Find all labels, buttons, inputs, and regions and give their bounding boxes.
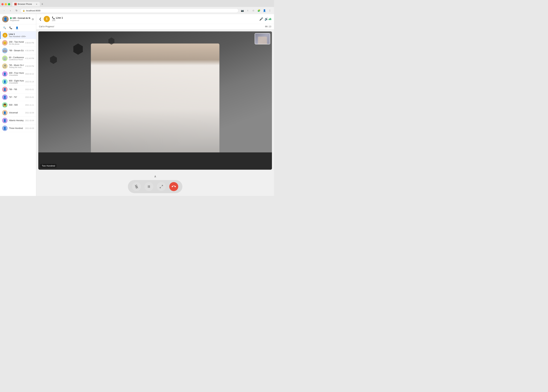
contact-name: 200 - Two Hundred [9,41,24,43]
address-bar[interactable]: 🔒 localhost:8000 [20,8,238,13]
call-line-badge: 1 [44,16,50,22]
tab-favicon: 📞 [14,3,17,5]
contact-info: Alberto Hensley [9,119,24,122]
contact-time: 4:50:09 PM [25,65,34,67]
contact-info: 200 - Two Hundred On the phone [9,41,24,45]
fullscreen-button[interactable] [157,182,166,191]
contact-item[interactable]: 👤 400 - Four Hundred Unavailable 2022-02… [0,70,36,78]
hangup-button[interactable] [169,182,178,191]
sidebar: 👤 100 - Conrad de Wet Registered ⚙ 🔍 📞 👤… [0,14,36,196]
cast-icon[interactable]: 📷 [240,8,245,13]
contact-info: 60 - Conference Room 60 Conference Room [9,56,24,61]
bookmark-icon[interactable]: ☆ [251,8,256,13]
close-window-button[interactable] [1,3,4,5]
contact-item[interactable]: 👤 Three Hundred 2021-02-09 [0,125,36,132]
contact-detail: Conference Room [9,59,24,61]
contact-name: Voicemail [9,112,24,114]
contact-name: *99 - Stream Echo [9,49,24,52]
contact-item[interactable]: 🤖 *99 - Stream Echo 4:55:34 PM [0,47,36,55]
contact-avatar: 🎵 [2,63,7,69]
contact-name: Alberto Hensley [9,119,24,122]
contact-info: Three Hundred [9,127,24,129]
app-container: 👤 100 - Conrad de Wet Registered ⚙ 🔍 📞 👤… [0,14,274,196]
maximize-window-button[interactable] [8,3,10,5]
expand-controls-button[interactable]: ∧ [154,175,156,178]
call-status-bar: Call in Progress! 00:13 [36,24,274,29]
active-tab[interactable]: 📞 Browser Phone ✕ [12,2,40,6]
active-line-title: Line 1 [9,33,34,35]
contact-item[interactable]: 👤 *67 - *67 2022-01-01 [0,93,36,101]
contact-detail: Testing the music on Hold [9,66,24,68]
user-name: 100 - Conrad de Wet [10,17,30,19]
call-header-controls: 🎤 🔊 [259,17,271,21]
contact-info: *67 - *67 [9,96,24,98]
active-line-item[interactable]: 1 Line 1 Two Hundred <200> [0,31,36,39]
contact-name: Three Hundred [9,127,24,129]
add-contact-button[interactable]: 👤 [14,25,19,30]
search-button[interactable]: 🔍 [2,25,7,30]
sidebar-toolbar: 🔍 📞 👤 [0,24,36,31]
call-status-text: Call in Progress! [39,25,54,28]
svg-rect-4 [149,185,150,188]
contact-item[interactable]: 👤 800 - Eight Hundred Unavailable 2022-0… [0,78,36,86]
tab-close-button[interactable]: ✕ [35,3,38,5]
contact-avatar: 🏢 [2,56,7,61]
contact-time: 2021-02-09 [25,127,34,129]
profile-icon[interactable]: 👤 [262,8,267,13]
contact-avatar: 🤖 [2,48,7,53]
forward-button[interactable]: › [8,8,13,13]
contact-item[interactable]: 👧 500 - 500 2021-11-11 [0,101,36,109]
contact-name: 500 - 500 [9,104,24,106]
contact-item[interactable]: 👤 Alberto Hensley 2021-02-09 [0,117,36,125]
mute-button[interactable] [132,182,141,191]
contact-avatar: 😊 [2,40,7,46]
extensions-icon[interactable]: 🧩 [257,8,261,13]
contact-avatar: 👤 [2,126,7,131]
contact-info: 800 - Eight Hundred Unavailable [9,80,24,84]
menu-icon[interactable]: ⋮ [267,8,272,13]
contact-time: 2022-01-01 [25,96,34,98]
new-tab-button[interactable]: + [40,2,45,7]
contact-info: *65 - Music On Hold Testing the music on… [9,64,24,68]
tab-bar: 📞 Browser Phone ✕ + [0,0,274,7]
contact-name: 60 - Conference Room 60 [9,56,24,59]
contact-item[interactable]: 👤 *66 - *66 2022-01-01 [0,86,36,93]
share-icon[interactable]: ↑ [245,8,250,13]
contact-detail: On the phone [9,43,24,45]
contact-avatar: 👤 [2,110,7,115]
contact-item[interactable]: 🏢 60 - Conference Room 60 Conference Roo… [0,55,36,62]
back-to-calls-button[interactable]: ❮ [39,17,42,21]
contact-name: *65 - Music On Hold [9,64,24,66]
contact-info: *99 - Stream Echo [9,49,24,52]
call-buttons-bar [128,180,182,193]
nav-bar: ‹ › ↻ 🔒 localhost:8000 📷 ↑ ☆ 🧩 👤 ⋮ [0,7,274,14]
contact-name: *67 - *67 [9,96,24,98]
reload-button[interactable]: ↻ [14,8,19,13]
minimize-window-button[interactable] [5,3,7,5]
pip-video [255,33,270,44]
user-status: Registered [10,19,30,21]
contact-time: 2021-11-11 [25,104,34,106]
contact-info: 500 - 500 [9,104,24,106]
call-line-number: 200 [52,19,257,21]
active-line-info: Line 1 Two Hundred <200> [9,33,34,37]
contact-detail: Unavailable [9,74,24,76]
settings-button[interactable]: ⚙ [32,18,34,21]
hold-button[interactable] [144,182,153,191]
back-button[interactable]: ‹ [2,8,7,13]
contact-item[interactable]: 😊 200 - Two Hundred On the phone 4:58:05… [0,39,36,47]
contact-item[interactable]: 🎵 *65 - Music On Hold Testing the music … [0,62,36,70]
contact-item[interactable]: 👤 Voicemail 2021-02-09 [0,109,36,117]
traffic-lights [1,3,10,5]
nav-right-icons: 📷 ↑ ☆ 🧩 👤 ⋮ [240,8,272,13]
dialpad-button[interactable]: 📞 [8,25,13,30]
browser-chrome: 📞 Browser Phone ✕ + ‹ › ↻ 🔒 localhost:80… [0,0,274,14]
contact-time: 4:55:34 PM [25,50,34,52]
contact-name: *66 - *66 [9,88,24,91]
mic-button[interactable]: 🎤 [259,17,263,21]
contact-info: Voicemail [9,112,24,114]
contact-detail: Unavailable [9,82,24,84]
svg-line-6 [160,187,161,188]
volume-button[interactable]: 🔊 [264,17,271,21]
contact-avatar: 👧 [2,102,7,108]
